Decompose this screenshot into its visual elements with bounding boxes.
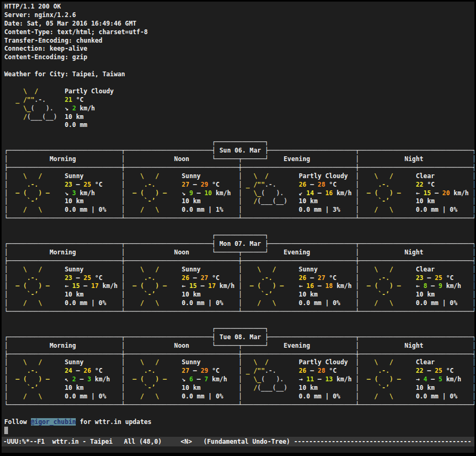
text-run	[318, 197, 355, 205]
table-border: │	[472, 393, 474, 400]
visibility-value: 10 km	[416, 291, 434, 298]
text-run	[291, 358, 299, 366]
precipitation-value: 0.0 mm | 0%	[65, 393, 106, 400]
visibility-value: 10 km	[182, 291, 201, 298]
text-run	[337, 274, 355, 282]
temp-low-value: 22	[416, 181, 423, 188]
sun-icon-art: \_	[12, 105, 30, 112]
condition-label: Sunny	[65, 266, 83, 273]
text-run	[174, 282, 181, 290]
sun-icon-art: / \	[359, 299, 408, 307]
precipitation-value: 0.0 mm | 0%	[299, 299, 340, 307]
table-border: │	[239, 172, 242, 180]
table-border: │	[472, 172, 474, 180]
visibility-value: 10 km	[65, 113, 83, 121]
wind-direction-icon: ↘	[182, 375, 186, 383]
terminal-line: │ ― ( ) ― ← 15 – 17 km/h │ ― ( ) ― ← 15 …	[4, 282, 474, 291]
icon-pad	[38, 87, 61, 95]
text-run	[291, 384, 299, 391]
text-run: –	[197, 282, 208, 290]
sun-icon-art: ― ( ) ―	[8, 189, 57, 197]
wind-high-value: 3	[88, 375, 91, 383]
text-cursor	[4, 427, 8, 434]
text-run	[4, 325, 212, 332]
condition-label: Sunny	[65, 172, 83, 180]
text-run: –	[80, 282, 91, 290]
table-border: │	[239, 375, 242, 383]
temp-high-value: 29	[201, 181, 208, 188]
sun-icon-art: \ /	[242, 172, 269, 180]
sun-icon-art: ― ( ) ―	[125, 282, 174, 290]
text-run	[57, 299, 65, 307]
twitter-handle-link[interactable]: @igor_chubin	[31, 418, 76, 426]
text-run	[201, 197, 239, 205]
table-border: │	[472, 155, 474, 163]
sun-icon-art: `-’	[8, 291, 57, 298]
precipitation-value: 0.0 mm | 0%	[65, 206, 106, 213]
sun-icon-art: / \	[359, 393, 408, 400]
condition-label: Sunny	[182, 172, 201, 180]
text-run	[348, 358, 355, 366]
text-run	[291, 291, 299, 298]
visibility-value: 10 km	[416, 197, 434, 205]
sun-icon-art: \_	[242, 375, 261, 383]
period-label: Morning	[8, 342, 121, 349]
precipitation-value: 0.0 mm	[65, 121, 87, 129]
text-run: km/h	[76, 189, 94, 197]
table-border: │	[472, 375, 474, 383]
text-run	[219, 181, 238, 188]
text-run	[408, 291, 416, 298]
text-run	[408, 189, 416, 197]
condition-label: Partly Cloudy	[65, 87, 114, 95]
sun-icon-art: \ /	[12, 87, 38, 95]
table-border: │	[355, 393, 359, 400]
icon-pad	[288, 197, 291, 205]
text-run	[408, 393, 416, 400]
table-border: │	[472, 189, 474, 197]
text-run	[57, 375, 65, 383]
text-run	[408, 197, 416, 205]
text-run: –	[72, 274, 83, 282]
text-run	[461, 375, 472, 383]
text-run	[408, 181, 416, 188]
sun-icon-art: \ /	[125, 266, 174, 273]
terminal-line: Transfer-Encoding: chunked	[4, 37, 474, 45]
text-run	[174, 189, 181, 197]
terminal-line: ┌──────────────────────────────┬────────…	[4, 147, 474, 155]
text-run	[4, 79, 8, 86]
text-run	[457, 393, 472, 400]
temp-low-value: 23	[416, 274, 423, 282]
text-run	[4, 410, 8, 417]
text-run	[435, 172, 473, 180]
text-run	[291, 206, 299, 213]
text-run	[408, 299, 416, 307]
sun-icon-art: .-.	[125, 367, 174, 374]
date-box-border: └──────┬──────┘	[212, 342, 268, 349]
sun-icon-art: /	[242, 197, 257, 205]
table-border: │	[472, 206, 474, 213]
wind-high-value: 20	[442, 189, 450, 197]
table-border: ┌──────────────────────────────┬────────…	[4, 333, 216, 341]
text-run	[106, 393, 121, 400]
text-run: °C	[91, 274, 102, 282]
text-run: –	[76, 375, 87, 383]
table-border: │	[472, 358, 474, 366]
condition-label: Sunny	[182, 358, 201, 366]
text-run: –	[314, 282, 325, 290]
table-border: │	[355, 384, 359, 391]
date-box-border: └──────┬──────┘	[212, 249, 268, 256]
terminal-line	[4, 427, 474, 435]
table-border: │	[472, 291, 474, 298]
text-run: –	[431, 189, 442, 197]
date-box-border: ┌─────────────┐	[212, 325, 268, 332]
text-run: –	[189, 367, 201, 374]
text-run: °C	[208, 367, 219, 374]
wind-low-value: 15	[72, 282, 80, 290]
terminal-line	[4, 410, 474, 418]
precipitation-value: 0.0 mm | 0%	[416, 299, 457, 307]
table-border: ├──────────────────────────────┼────────…	[4, 257, 474, 265]
sun-icon-art: \ /	[359, 358, 408, 366]
table-border: │	[239, 197, 242, 205]
icon-pad	[284, 189, 291, 197]
temp-high-value: 27	[318, 274, 325, 282]
